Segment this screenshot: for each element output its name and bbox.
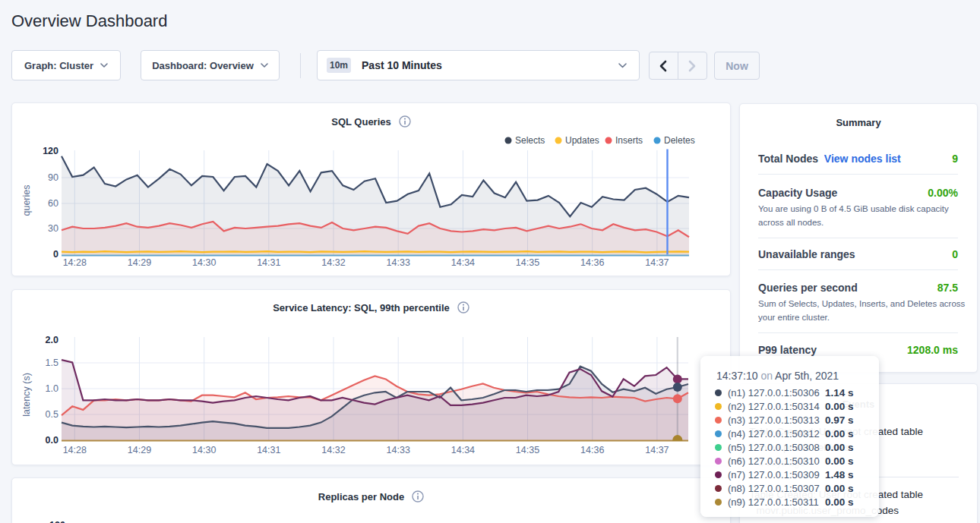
svg-text:14:32: 14:32 bbox=[321, 445, 345, 455]
svg-text:14:33: 14:33 bbox=[387, 445, 410, 455]
svg-text:30: 30 bbox=[48, 223, 58, 234]
svg-text:14:30: 14:30 bbox=[192, 257, 216, 268]
svg-text:14:28: 14:28 bbox=[63, 445, 87, 455]
svg-text:0: 0 bbox=[53, 249, 58, 260]
svg-text:14:30: 14:30 bbox=[192, 445, 216, 455]
svg-text:14:29: 14:29 bbox=[128, 445, 151, 455]
svg-text:0.0: 0.0 bbox=[46, 435, 58, 446]
svg-text:14:36: 14:36 bbox=[580, 257, 604, 268]
svg-text:14:28: 14:28 bbox=[63, 257, 87, 268]
svg-text:14:35: 14:35 bbox=[516, 257, 539, 268]
svg-text:90: 90 bbox=[48, 172, 58, 183]
svg-text:Inserts: Inserts bbox=[615, 135, 643, 146]
svg-text:14:35: 14:35 bbox=[516, 445, 539, 455]
svg-text:14:33: 14:33 bbox=[387, 257, 410, 268]
svg-text:14:29: 14:29 bbox=[128, 257, 151, 268]
svg-text:14:32: 14:32 bbox=[321, 257, 345, 268]
svg-text:14:37: 14:37 bbox=[645, 257, 669, 268]
svg-text:0.5: 0.5 bbox=[46, 409, 58, 420]
svg-text:14:37: 14:37 bbox=[645, 445, 669, 455]
svg-text:120: 120 bbox=[43, 146, 58, 156]
svg-text:Deletes: Deletes bbox=[664, 135, 695, 146]
svg-text:queries: queries bbox=[21, 185, 32, 216]
svg-text:14:34: 14:34 bbox=[451, 445, 475, 455]
svg-text:14:36: 14:36 bbox=[580, 445, 604, 455]
svg-text:Updates: Updates bbox=[565, 135, 599, 146]
svg-text:1.0: 1.0 bbox=[46, 383, 58, 394]
svg-text:latency (s): latency (s) bbox=[21, 373, 32, 417]
svg-text:Selects: Selects bbox=[515, 135, 545, 146]
svg-text:14:31: 14:31 bbox=[257, 257, 280, 268]
svg-text:14:31: 14:31 bbox=[257, 445, 280, 455]
svg-text:60: 60 bbox=[48, 198, 58, 209]
svg-text:1.5: 1.5 bbox=[46, 358, 58, 368]
svg-text:14:34: 14:34 bbox=[451, 257, 475, 268]
svg-text:2.0: 2.0 bbox=[46, 335, 58, 345]
